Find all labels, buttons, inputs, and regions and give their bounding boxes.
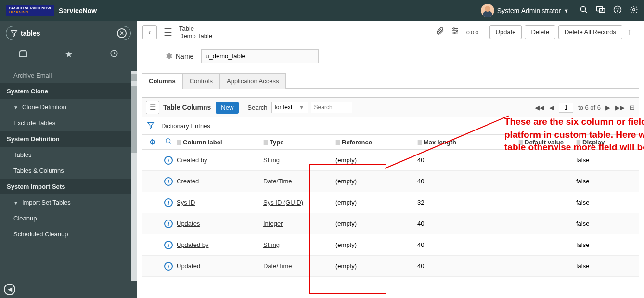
sidebar-item[interactable]: Import Set Tables xyxy=(0,194,131,210)
nav-tab-history-icon[interactable] xyxy=(110,49,118,60)
tab-columns[interactable]: Columns xyxy=(142,73,183,89)
info-icon[interactable]: i xyxy=(164,220,173,228)
row-label-link[interactable]: Updated by xyxy=(177,241,209,248)
row-type-link[interactable]: String xyxy=(263,156,280,164)
pagination: ◀◀ ◀ to 6 of 6 ▶ ▶▶ ⊟ xyxy=(535,103,635,113)
row-label-link[interactable]: Updates xyxy=(177,220,200,227)
nav-list[interactable]: Archive EmailSystem CloneClone Definitio… xyxy=(0,71,131,281)
next-page-icon[interactable]: ▶ xyxy=(605,104,610,111)
main-content: ‹ ☰ Table Demo Table ooo Update Delete D… xyxy=(137,21,644,298)
filter-navigator[interactable]: ✕ xyxy=(6,26,131,40)
prev-record-icon[interactable]: ↑ xyxy=(627,27,631,37)
sidebar-item[interactable]: Scheduled Cleanup xyxy=(0,226,131,242)
filter-input[interactable] xyxy=(18,28,117,38)
row-type-link[interactable]: String xyxy=(263,241,280,248)
table-row: iUpdatesInteger(empty)40false xyxy=(142,213,639,234)
info-icon[interactable]: i xyxy=(164,241,173,249)
row-label-link[interactable]: Created by xyxy=(177,156,207,164)
svg-point-13 xyxy=(453,28,454,29)
name-input[interactable] xyxy=(201,49,319,63)
funnel-icon xyxy=(10,29,18,37)
tab-application-access[interactable]: Application Access xyxy=(219,73,286,89)
delete-all-records-button[interactable]: Delete All Records xyxy=(558,25,622,39)
row-display: false xyxy=(576,199,624,206)
col-type[interactable]: ☰Type xyxy=(263,139,335,146)
nav-tab-favorites-icon[interactable]: ★ xyxy=(65,49,73,60)
search-icon[interactable] xyxy=(580,5,588,16)
sidebar-item[interactable]: Cleanup xyxy=(0,210,131,226)
logo: BASICO SERVICENOW LEARNING xyxy=(6,5,54,16)
list-collapse-icon[interactable]: ⊟ xyxy=(630,104,635,111)
info-icon[interactable]: i xyxy=(164,156,173,165)
col-reference[interactable]: ☰Reference xyxy=(335,139,417,146)
table-row: iUpdated byString(empty)40false xyxy=(142,234,639,256)
svg-point-17 xyxy=(166,139,170,143)
first-page-icon[interactable]: ◀◀ xyxy=(535,104,544,111)
sidebar-item[interactable]: System Import Sets xyxy=(0,179,131,194)
info-icon[interactable]: i xyxy=(164,177,173,186)
scroll-up-arrow[interactable] xyxy=(131,74,137,81)
nav-tab-all-icon[interactable] xyxy=(18,49,28,60)
sidebar-item[interactable]: Tables xyxy=(0,147,131,163)
row-display: false xyxy=(576,178,624,185)
help-icon[interactable]: ? xyxy=(613,5,622,16)
svg-text:?: ? xyxy=(616,6,619,12)
svg-marker-7 xyxy=(11,31,17,37)
svg-point-15 xyxy=(454,32,455,34)
page-range-text: to 6 of 6 xyxy=(578,104,601,111)
sidebar-item[interactable]: Exclude Tables xyxy=(0,115,131,131)
collapse-nav-button[interactable]: ◀ xyxy=(4,284,15,295)
col-max-length[interactable]: ☰Max length xyxy=(417,139,518,146)
form-title: Table Demo Table xyxy=(179,25,212,39)
row-type-link[interactable]: Date/Time xyxy=(263,262,292,270)
sidebar-item[interactable]: Clone Definition xyxy=(0,99,131,115)
info-icon[interactable]: i xyxy=(164,198,173,207)
annotation-text: These are the six column or field auto c… xyxy=(504,116,644,154)
row-type-link[interactable]: Date/Time xyxy=(263,178,292,185)
list-menu-icon[interactable]: ☰ xyxy=(146,101,159,114)
back-button[interactable]: ‹ xyxy=(142,25,157,39)
more-options-icon[interactable]: ooo xyxy=(466,28,480,36)
row-type-link[interactable]: Integer xyxy=(263,220,283,227)
user-menu[interactable]: System Administrator ▼ xyxy=(481,4,569,17)
column-search-icon[interactable] xyxy=(160,138,177,146)
context-menu-icon[interactable]: ☰ xyxy=(161,25,175,39)
search-mode-select[interactable]: for text ▼ xyxy=(271,102,308,113)
tab-controls[interactable]: Controls xyxy=(182,73,220,89)
info-icon[interactable]: i xyxy=(164,262,173,271)
row-label-link[interactable]: Updated xyxy=(177,262,200,270)
row-type-link[interactable]: Sys ID (GUID) xyxy=(263,199,303,206)
avatar xyxy=(481,4,494,17)
row-max-length: 40 xyxy=(417,220,518,227)
prev-page-icon[interactable]: ◀ xyxy=(549,104,554,111)
name-label: Name xyxy=(176,52,193,60)
filter-funnel-icon[interactable] xyxy=(147,121,155,130)
chat-icon[interactable] xyxy=(596,5,605,16)
gear-icon[interactable] xyxy=(630,5,638,16)
last-page-icon[interactable]: ▶▶ xyxy=(615,104,625,111)
row-display: false xyxy=(576,241,624,248)
sidebar-item[interactable]: Tables & Columns xyxy=(0,163,131,179)
delete-button[interactable]: Delete xyxy=(525,25,555,39)
name-field-row: ✱ Name xyxy=(137,43,644,73)
personalize-list-icon[interactable]: ⚙ xyxy=(144,138,160,146)
col-column-label[interactable]: ☰Column label xyxy=(177,139,263,146)
clear-filter-icon[interactable]: ✕ xyxy=(117,28,127,38)
row-display: false xyxy=(576,156,624,164)
sidebar-item[interactable]: System Definition xyxy=(0,131,131,147)
row-label-link[interactable]: Sys ID xyxy=(177,199,195,206)
row-max-length: 40 xyxy=(417,178,518,185)
scroll-thumb[interactable] xyxy=(131,86,137,153)
new-button[interactable]: New xyxy=(216,102,239,114)
page-from-input[interactable] xyxy=(559,103,573,113)
sidebar-item[interactable]: Archive Email xyxy=(0,71,131,83)
row-label-link[interactable]: Created xyxy=(177,178,199,185)
sidebar-item[interactable]: System Clone xyxy=(0,83,131,99)
update-button[interactable]: Update xyxy=(489,25,522,39)
breadcrumb-text[interactable]: Dictionary Entries xyxy=(161,122,210,130)
settings-icon[interactable] xyxy=(451,26,460,38)
list-title: Table Columns xyxy=(163,104,211,111)
sidebar-scrollbar[interactable] xyxy=(131,71,137,281)
attachment-icon[interactable] xyxy=(436,26,444,38)
search-input[interactable] xyxy=(311,102,352,113)
